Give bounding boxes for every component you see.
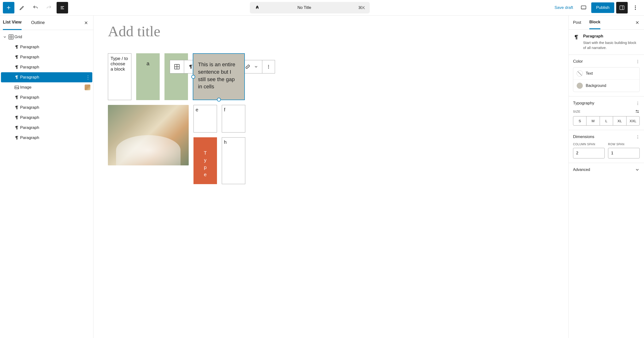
close-overview-button[interactable] [82,19,90,27]
typography-section: Typography ⋮ SIZE S M L XL XXL [569,96,644,130]
sidebar-icon [619,5,625,11]
row-span-input[interactable] [608,148,640,158]
tree-item-paragraph[interactable]: Paragraph [1,42,92,52]
block-description: Start with the basic building block of a… [583,40,640,50]
preview-button[interactable] [578,2,589,14]
size-xxl[interactable]: XXL [626,116,640,125]
block-info: Paragraph Start with the basic building … [569,30,644,55]
desktop-icon [580,5,587,11]
color-label: Background [586,84,606,88]
document-overview-button[interactable] [56,2,68,14]
svg-point-10 [635,7,636,8]
grid-cell-h[interactable]: h [222,137,245,184]
tree-item-label: Image [20,85,32,90]
tree-item-paragraph[interactable]: Paragraph [1,92,92,102]
edit-mode-button[interactable] [16,2,28,14]
paragraph-icon [14,135,20,140]
editor-canvas[interactable]: Add title B I Type / to choose a block a… [94,16,568,338]
tree-item-label: Paragraph [20,55,39,60]
paragraph-icon [14,65,20,70]
link-button[interactable] [245,64,250,70]
size-button-group: S M L XL XXL [573,116,640,125]
paragraph-icon [14,105,20,110]
redo-button[interactable] [43,2,55,14]
color-section: Color ⋮ Text Background [569,55,644,96]
tree-item-label: Paragraph [20,105,39,110]
command-palette-button[interactable]: No Title ⌘K [250,2,370,14]
grid-icon [8,34,14,40]
column-span-label: COLUMN SPAN [573,143,605,146]
grid-cell-selected[interactable]: This is an entire sentence but I still s… [193,53,245,100]
block-more-button[interactable] [262,60,275,73]
size-label: SIZE [573,110,580,113]
tree-item-label: Paragraph [20,135,39,140]
section-title: Advanced [573,167,590,172]
grid-cell-image[interactable] [108,105,189,165]
settings-sidebar-toggle[interactable] [616,2,628,14]
advanced-section-toggle[interactable]: Advanced [569,163,644,177]
document-overview-panel: List View Outline Grid Paragraph Paragra… [0,16,94,338]
settings-sidebar: Post Block Paragraph Start with the basi… [568,16,644,338]
tree-item-paragraph[interactable]: Paragraph [1,123,92,133]
svg-point-38 [638,112,638,113]
command-label: No Title [253,5,356,10]
save-draft-button[interactable]: Save draft [552,5,576,10]
tree-item-paragraph[interactable]: Paragraph [1,52,92,62]
tree-item-paragraph[interactable]: Paragraph [1,133,92,143]
redo-icon [46,5,52,11]
section-more-button[interactable]: ⋮ [636,101,640,106]
grid-cell-orange[interactable]: T y p e [194,137,217,184]
parent-block-button[interactable] [170,60,184,73]
publish-button[interactable]: Publish [591,3,614,13]
tree-item-image[interactable]: Image [1,82,92,92]
tree-item-paragraph-selected[interactable]: Paragraph⋮ [1,72,92,82]
tree-item-label: Paragraph [20,115,39,120]
block-name: Paragraph [583,34,640,39]
tree-item-grid[interactable]: Grid [1,32,92,42]
command-shortcut: ⌘K [358,5,365,10]
size-custom-toggle[interactable] [635,109,640,114]
tree-item-paragraph[interactable]: Paragraph [1,102,92,113]
tree-item-paragraph[interactable]: Paragraph [1,62,92,72]
grid-cell-empty[interactable]: Type / to choose a block [108,53,132,100]
svg-point-31 [268,66,269,67]
tab-list-view[interactable]: List View [3,15,22,30]
grid-cell-e[interactable]: e [194,105,217,132]
grid-cell-f[interactable]: f [222,105,245,132]
column-span-input[interactable] [573,148,605,158]
paragraph-icon [573,34,580,41]
size-m[interactable]: M [586,116,600,125]
paragraph-icon [14,95,20,100]
more-format-button[interactable] [254,65,258,69]
more-options-button[interactable] [630,2,641,14]
tab-post[interactable]: Post [573,16,581,29]
size-l[interactable]: L [600,116,613,125]
close-icon [84,20,88,25]
text-color-button[interactable]: Text [573,67,640,79]
section-more-button[interactable]: ⋮ [636,135,640,139]
grid-icon [174,64,180,70]
tree-item-label: Paragraph [20,125,39,130]
tab-outline[interactable]: Outline [31,16,45,30]
add-block-button[interactable] [3,2,14,14]
svg-rect-7 [620,6,624,10]
close-icon [635,20,640,25]
background-color-button[interactable]: Background [573,79,640,92]
undo-button[interactable] [30,2,41,14]
paragraph-icon [14,44,20,50]
tree-item-more-button[interactable]: ⋮ [86,74,90,80]
size-xl[interactable]: XL [613,116,626,125]
swatch-none-icon [577,70,583,77]
tree-item-label: Paragraph [20,95,39,100]
section-more-button[interactable]: ⋮ [636,59,640,64]
tab-block[interactable]: Block [589,16,600,29]
close-settings-button[interactable] [635,20,640,25]
svg-rect-5 [582,6,586,9]
section-title: Typography [573,101,594,106]
tree-item-paragraph[interactable]: Paragraph [1,113,92,123]
resize-handle-bottom[interactable] [217,98,221,102]
post-title-input[interactable]: Add title [108,23,554,40]
resize-handle-left[interactable] [191,75,195,79]
grid-cell-a[interactable]: a [136,53,160,100]
size-s[interactable]: S [573,116,586,125]
